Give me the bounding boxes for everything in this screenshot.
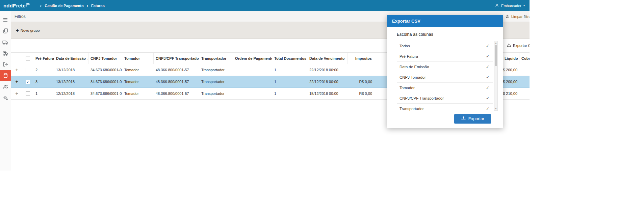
header-total-documentos[interactable]: Total Documentos (272, 53, 307, 64)
users-icon (3, 84, 8, 89)
cell-ordem-pagamento (233, 64, 272, 76)
check-icon: ✓ (486, 64, 489, 69)
export-csv-button[interactable]: Exportar CSV (507, 39, 530, 52)
export-icon (461, 116, 466, 122)
truck-box-icon (2, 50, 8, 56)
user-menu-label: Embarcador (501, 4, 521, 8)
app-logo: nddFrete (3, 3, 30, 8)
header-cnpj-tomador[interactable]: CNPJ Tomador (88, 53, 122, 64)
cell-cobranca (519, 76, 530, 87)
cell-transportador: Transportador (199, 64, 233, 76)
cell-total-documentos: 1 (272, 88, 307, 99)
plus-icon: + (16, 28, 19, 33)
column-option-todas[interactable]: Todas ✓ (397, 41, 493, 51)
option-label: CNPJ Tomador (400, 75, 426, 79)
option-label: Data de Emissão (400, 65, 429, 69)
column-option-tomador[interactable]: Tomador ✓ (397, 83, 493, 93)
column-option-pre-fatura[interactable]: Pré-Fatura ✓ (397, 51, 493, 62)
header-data-vencimento[interactable]: Data de Vencimento (307, 53, 348, 64)
header-transportador[interactable]: Transportador (199, 53, 233, 64)
row-checkbox[interactable] (26, 92, 30, 96)
cell-total-documentos: 1 (272, 76, 307, 87)
cell-data-vencimento: 22/12/2018 00:00 (307, 76, 348, 87)
header-data-emissao[interactable]: Data de Emissão ↓ (54, 53, 88, 64)
modal-header: Exportar CSV (387, 15, 503, 27)
sidebar-item-truck[interactable] (0, 36, 11, 48)
expand-cell: + (11, 64, 22, 76)
scrollbar-down-icon[interactable]: ▼ (494, 107, 497, 110)
checkbox-cell (22, 88, 33, 99)
cell-pre-fatura: 2 (33, 64, 54, 76)
cell-cnpj-tomador: 34.673.686/0001-01 (88, 88, 122, 99)
clear-filter-button[interactable]: Limpar filtro (505, 11, 530, 22)
option-label: CNPJ/CPF Transportador (400, 96, 444, 100)
cell-cnpj-cpf-transportador: 48.366.800/0001-57 (154, 64, 199, 76)
clear-filter-label: Limpar filtro (511, 15, 530, 19)
expand-cell: + (11, 88, 22, 99)
logo-flag-icon (26, 2, 30, 8)
new-group-label: Novo grupo (21, 28, 40, 32)
cell-cnpj-tomador: 34.673.686/0001-01 (88, 64, 122, 76)
sidebar-item-export[interactable] (0, 59, 11, 70)
header-pre-fatura[interactable]: Pré-Fatura (33, 53, 54, 64)
caret-down-icon: ▾ (523, 4, 525, 7)
eraser-icon (505, 14, 510, 19)
check-icon: ✓ (26, 80, 29, 84)
column-option-cnpj-tomador[interactable]: CNPJ Tomador ✓ (397, 72, 493, 83)
sidebar-item-users[interactable] (0, 81, 11, 92)
breadcrumb-faturas[interactable]: Faturas (91, 4, 105, 8)
sidebar-item-fleet[interactable] (0, 48, 11, 59)
modal-scrollbar[interactable]: ▲ ▼ (494, 41, 498, 111)
checkbox-cell: ✓ (22, 76, 33, 87)
check-icon: ✓ (486, 75, 489, 80)
header-cobranca[interactable]: Cobrança (519, 53, 530, 64)
expand-row-button[interactable]: + (15, 91, 18, 96)
column-options-list: Todas ✓ Pré-Fatura ✓ Data de Emissão ✓ C… (397, 41, 493, 111)
scrollbar-up-icon[interactable]: ▲ (494, 41, 497, 45)
cell-impostos (348, 64, 374, 76)
column-option-cnpj-cpf-transportador[interactable]: CNPJ/CPF Transportador ✓ (397, 93, 493, 104)
header-checkbox-cell (22, 53, 33, 64)
sidebar-item-documents[interactable] (0, 25, 11, 36)
new-group-button[interactable]: + Novo grupo (16, 28, 40, 33)
chevron-right-icon: › (40, 3, 42, 8)
cell-total-documentos: 1 (272, 64, 307, 76)
header-liquido[interactable]: Líquido (503, 53, 519, 64)
cell-transportador: Transportador (199, 76, 233, 87)
column-option-transportador[interactable]: Transportador ✓ (397, 104, 493, 111)
sidebar-item-menu[interactable] (0, 14, 11, 25)
cell-tomador: Tomador (122, 88, 154, 99)
column-option-data-emissao[interactable]: Data de Emissão ✓ (397, 62, 493, 72)
cell-transportador: Transportador (199, 88, 233, 99)
cell-cobranca (519, 88, 530, 99)
export-button[interactable]: Exportar (454, 114, 491, 124)
header-tomador[interactable]: Tomador (122, 53, 154, 64)
cell-cnpj-cpf-transportador: 48.366.800/0001-57 (154, 88, 199, 99)
export-csv-modal: Exportar CSV Escolha as colunas Todas ✓ … (387, 15, 503, 128)
row-checkbox[interactable] (26, 68, 30, 72)
modal-body: Escolha as colunas Todas ✓ Pré-Fatura ✓ … (387, 27, 503, 111)
cell-tomador: Tomador (122, 64, 154, 76)
header-cnpj-cpf-transportador[interactable]: CNPJ/CPF Transportador (154, 53, 199, 64)
sidebar-item-payments[interactable] (0, 70, 11, 81)
breadcrumb-gestao-de-pagamento[interactable]: Gestão de Pagamento (45, 4, 84, 8)
user-menu[interactable]: Embarcador ▾ (495, 0, 525, 11)
export-csv-label: Exportar CSV (513, 44, 530, 48)
check-icon: ✓ (486, 96, 489, 101)
option-label: Tomador (400, 86, 415, 90)
row-checkbox-checked[interactable]: ✓ (26, 80, 30, 84)
cell-liquido: R$ 200,00 (503, 64, 519, 76)
check-icon: ✓ (486, 54, 489, 59)
sidebar-item-settings[interactable] (0, 92, 11, 103)
cell-cnpj-cpf-transportador: 48.366.800/0001-57 (154, 76, 199, 87)
scrollbar-thumb[interactable] (495, 45, 497, 66)
expand-row-button[interactable]: + (15, 68, 18, 72)
header-impostos[interactable]: Impostos (348, 53, 374, 64)
header-ordem-pagamento[interactable]: Ordem de Pagamento (233, 53, 272, 64)
cell-data-emissao: 13/12/2018 (54, 64, 88, 76)
option-label: Pré-Fatura (400, 54, 418, 58)
check-icon: ✓ (486, 44, 489, 48)
expand-row-button[interactable]: + (15, 79, 18, 84)
export-arrow-icon (3, 61, 8, 67)
select-all-checkbox[interactable] (26, 56, 30, 60)
